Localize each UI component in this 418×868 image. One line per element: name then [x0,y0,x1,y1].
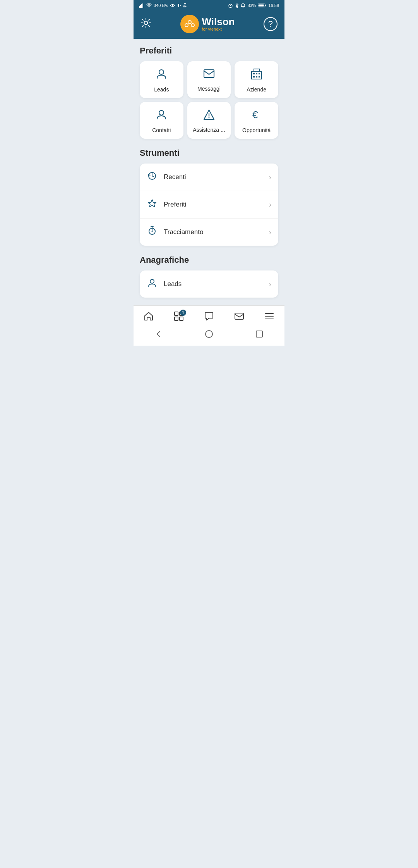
tools-card: Recenti › Preferiti › [140,164,278,246]
fav-contatti[interactable]: Contatti [140,102,183,139]
app-header: Wilson for vtenext ? [134,11,284,39]
svg-rect-28 [253,76,255,78]
ana-leads-label: Leads [164,280,263,288]
signal-icon [139,3,144,8]
favorites-grid: Leads Messaggi [140,61,278,139]
fav-leads[interactable]: Leads [140,61,183,98]
workflow-badge: 1 [180,310,186,316]
nav-home[interactable] [140,310,158,323]
email-nav-icon [234,311,244,321]
messaggi-icon [203,69,215,82]
ana-leads-icon [147,278,158,290]
usb-icon [183,3,187,8]
svg-line-6 [180,5,181,6]
leads-icon [156,68,167,83]
status-left: 340 B/s [139,3,187,8]
svg-point-33 [208,117,209,119]
anagrafiche-title: Anagrafiche [140,255,278,265]
svg-point-15 [144,21,148,25]
tool-tracciamento[interactable]: Tracciamento › [140,219,278,246]
svg-rect-3 [142,3,143,8]
tool-recenti[interactable]: Recenti › [140,164,278,191]
preferiti-tool-label: Preferiti [164,201,263,208]
svg-rect-29 [256,76,257,78]
svg-rect-24 [252,71,262,79]
fav-messaggi[interactable]: Messaggi [187,61,231,98]
leads-label: Leads [154,86,169,93]
system-nav [134,326,284,346]
assistenza-icon [203,109,215,123]
speed-indicator: 340 B/s [154,3,168,8]
svg-rect-27 [259,73,260,74]
svg-point-48 [206,331,212,338]
svg-rect-0 [139,6,140,8]
svg-point-4 [149,7,149,7]
svg-rect-26 [256,73,257,74]
svg-rect-14 [266,5,266,6]
opportunita-label: Opportunità [242,127,271,133]
aziende-icon [251,68,262,83]
fav-aziende[interactable]: Aziende [235,61,278,98]
anagrafiche-card: Leads › [140,270,278,298]
tracciamento-icon [147,226,158,238]
fav-assistenza[interactable]: Assistenza ... [187,102,231,139]
recenti-icon [147,171,158,183]
svg-rect-44 [235,313,243,319]
ana-leads-arrow: › [269,280,271,288]
nav-email[interactable] [230,310,248,323]
svg-rect-13 [259,5,264,7]
mute-icon [177,3,181,8]
tracciamento-arrow: › [269,228,271,236]
svg-point-22 [159,70,164,74]
svg-rect-9 [185,6,187,7]
alarm-icon [228,3,233,8]
menu-icon [264,311,274,321]
time: 16:58 [268,3,279,8]
preferiti-title: Preferiti [140,46,278,56]
assistenza-label: Assistenza ... [193,127,225,133]
nav-menu[interactable] [260,310,278,323]
main-content: Preferiti Leads Messaggi [134,39,284,305]
svg-rect-23 [204,70,214,78]
strumenti-title: Strumenti [140,148,278,158]
help-button[interactable]: ? [264,17,278,31]
eye-icon [170,3,175,8]
svg-rect-43 [180,317,183,320]
svg-rect-49 [256,331,262,337]
bottom-nav: 1 [134,305,284,326]
svg-rect-25 [253,73,255,74]
recents-system-button[interactable] [255,330,264,340]
svg-point-21 [188,21,191,23]
home-system-button[interactable] [205,330,213,340]
svg-rect-42 [175,317,178,320]
svg-point-19 [185,24,188,26]
logo-icon [180,15,199,33]
battery-percent: 83% [247,3,256,8]
svg-point-39 [150,279,154,283]
opportunita-icon: € [251,109,262,123]
wifi-icon [146,3,152,8]
svg-rect-8 [183,6,185,7]
tool-preferiti[interactable]: Preferiti › [140,191,278,219]
chat-icon [204,311,214,321]
tracciamento-label: Tracciamento [164,228,263,236]
recenti-arrow: › [269,173,271,181]
nav-workflow[interactable]: 1 [170,310,188,323]
messaggi-label: Messaggi [197,86,221,92]
preferiti-star-icon [147,199,158,210]
settings-button[interactable] [140,17,151,31]
contatti-icon [156,109,167,123]
bluetooth-icon [235,3,239,8]
fav-opportunita[interactable]: € Opportunità [235,102,278,139]
ana-leads[interactable]: Leads › [140,270,278,298]
home-icon [144,311,154,321]
battery-icon [258,3,266,8]
svg-rect-1 [140,5,141,8]
svg-point-5 [172,5,173,6]
back-button[interactable] [154,330,163,340]
nav-chat[interactable] [200,310,218,323]
bell-icon [241,3,245,8]
svg-point-38 [152,231,153,232]
recenti-label: Recenti [164,173,263,181]
svg-rect-30 [259,76,260,78]
